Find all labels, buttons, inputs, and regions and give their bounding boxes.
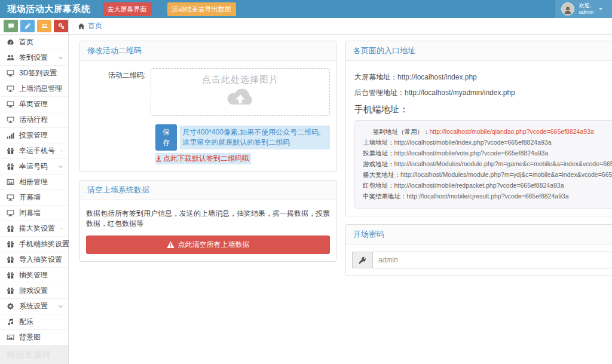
message-quick-button[interactable]: [4, 20, 18, 32]
gift-icon: [7, 147, 14, 155]
vote-url-line: 投票地址：http://localhost/mobile/vote.php?vc…: [363, 149, 612, 158]
sidebar-item-schedule[interactable]: 活动行程: [0, 112, 68, 128]
mobile-address-heading: 手机端地址：: [354, 104, 612, 115]
chevron-down-icon: [60, 226, 63, 231]
panel-title: 各页面的入口地址: [346, 41, 612, 61]
sidebar-nav: 首页 签到设置 3D签到设置 上墙消息管理 单页管理 活动行程 投票管理 幸运手…: [0, 35, 69, 364]
upload-placeholder: 点击此处选择图片: [151, 74, 329, 85]
sidebar-item-lucky-phone[interactable]: 幸运手机号: [0, 143, 68, 159]
quick-toolbar: [0, 18, 69, 34]
red-packet-url-line: 红包地址：http://localhost/mobile/redpacket.p…: [363, 182, 612, 190]
sidebar-item-import-lottery[interactable]: 导入抽奖设置: [0, 252, 68, 268]
image-icon: [7, 334, 14, 341]
sidebar-item-game-settings[interactable]: 游戏设置: [0, 283, 68, 299]
desktop-icon: [7, 194, 14, 201]
gift-icon: [7, 271, 14, 279]
signin-url-link[interactable]: http://localhost/mobile/qiandao.php?vcod…: [430, 128, 594, 135]
sidebar-item-wall-message[interactable]: 上墙消息管理: [0, 81, 68, 97]
breadcrumb-home[interactable]: 首页: [88, 21, 102, 31]
opening-password-panel: 开场密码 修改: [345, 224, 612, 276]
gift-icon: [7, 256, 14, 264]
comment-icon: [8, 23, 14, 29]
chevron-down-icon: [58, 55, 63, 60]
user-menu[interactable]: 欢迎, admin: [555, 0, 612, 18]
image-icon: [7, 178, 14, 186]
sidebar-item-music[interactable]: 配乐: [0, 314, 68, 330]
prize-result-url-line: 中奖结果地址：http://localhost/mobile/cjresult.…: [363, 192, 612, 201]
key-addon: [352, 252, 372, 268]
desktop-icon: [7, 116, 14, 124]
panel-title: 修改活动二维码: [80, 41, 336, 61]
clear-data-description: 数据包括所有签到用户信息，发送的上墙消息，抽奖结果，摇一摇数据，投票数据，红包数…: [86, 207, 330, 229]
gear-icon: [7, 302, 14, 310]
save-button[interactable]: 保存: [155, 124, 177, 151]
chevron-down-icon: [58, 304, 63, 309]
panel-title: 开场密码: [346, 225, 612, 244]
sidebar-item-mobile-lottery[interactable]: 手机端抽奖设置: [0, 237, 68, 252]
qr-code-panel: 修改活动二维码 活动二维码: 点击此处选择图片 保存 尺寸400*400像素,如…: [79, 41, 336, 172]
music-note-icon: [7, 318, 14, 326]
go-big-screen-button[interactable]: 去大屏幕界面: [103, 2, 152, 16]
desktop-icon: [7, 100, 14, 108]
watermark-text: 精品资源网: [7, 350, 51, 360]
sidebar-item-single-page[interactable]: 单页管理: [0, 97, 68, 112]
signal-bars-icon: [7, 131, 14, 139]
welcome-text: 欢迎, admin: [579, 2, 593, 16]
users-icon: [41, 23, 48, 29]
pencil-icon: [25, 23, 31, 29]
entry-address-panel: 各页面的入口地址 大屏幕地址：http://localhost/index.ph…: [345, 41, 612, 216]
admin-address: 后台管理地址：http://localhost/myadmin/index.ph…: [354, 88, 612, 98]
users-quick-button[interactable]: [37, 20, 51, 32]
users-icon: [7, 54, 14, 62]
cogs-icon: [58, 23, 65, 29]
warning-icon: [167, 241, 175, 249]
sidebar-item-shake-prize[interactable]: 摇大奖设置: [0, 221, 68, 237]
panel-title: 清空上墙系统数据: [80, 181, 336, 200]
caret-down-icon: [598, 6, 604, 12]
sidebar-item-lottery-admin[interactable]: 抽奖管理: [0, 268, 68, 283]
chevron-down-icon: [60, 148, 63, 154]
clear-data-panel: 清空上墙系统数据 数据包括所有签到用户信息，发送的上墙消息，抽奖结果，摇一摇数据…: [79, 180, 336, 262]
signin-url-line: 签到地址（常用）：http://localhost/mobile/qiandao…: [363, 128, 612, 136]
export-data-button[interactable]: 活动结束去导出数据: [167, 2, 236, 16]
wall-url-line: 上墙地址：http://localhost/mobile/index.php?v…: [363, 139, 612, 147]
image-upload-dropzone[interactable]: 点击此处选择图片: [151, 68, 330, 116]
cloud-upload-icon: [225, 87, 256, 107]
edit-quick-button[interactable]: [20, 20, 35, 32]
settings-quick-button[interactable]: [54, 20, 68, 32]
desktop-icon: [7, 85, 14, 93]
chevron-down-icon: [58, 164, 63, 169]
qr-code-label: 活动二维码:: [86, 68, 151, 116]
gift-icon: [7, 225, 14, 233]
sidebar-item-signin-settings[interactable]: 签到设置: [0, 50, 68, 66]
big-screen-address: 大屏幕地址：http://localhost/index.php: [354, 72, 612, 82]
sidebar-item-opening-wall[interactable]: 开幕墙: [0, 190, 68, 206]
person-icon: [563, 5, 573, 15]
sidebar-item-vote[interactable]: 投票管理: [0, 128, 68, 143]
sidebar-item-lucky-number[interactable]: 幸运号码: [0, 159, 68, 175]
download-default-qr-link[interactable]: 点此下载默认签到二维码哦: [155, 153, 251, 164]
app-title: 现场活动大屏幕系统: [0, 4, 99, 15]
sidebar-item-3d-signin[interactable]: 3D签到设置: [0, 66, 68, 81]
mobile-url-list: 签到地址（常用）：http://localhost/mobile/qiandao…: [354, 120, 612, 209]
sidebar-item-background[interactable]: 背景图: [0, 330, 68, 345]
sidebar-footer: 精品资源网: [0, 345, 68, 364]
gift-icon: [7, 287, 14, 295]
breadcrumb: 首页: [69, 18, 612, 34]
clear-all-data-button[interactable]: 点此清空所有上墙数据: [86, 235, 330, 254]
gift-icon: [7, 163, 14, 170]
download-icon: [155, 155, 162, 162]
dashboard-icon: [7, 38, 14, 46]
size-tip-text: 尺寸400*400像素,如果不使用公众号二维码,这里留空的就是默认的签到二维码: [180, 126, 330, 149]
sidebar-item-home[interactable]: 首页: [0, 35, 68, 50]
sub-bar: 首页: [0, 18, 612, 35]
sidebar-item-album[interactable]: 相册管理: [0, 175, 68, 190]
sidebar-item-closing-wall[interactable]: 闭幕墙: [0, 206, 68, 221]
home-icon: [78, 23, 85, 30]
desktop-icon: [7, 209, 14, 217]
desktop-icon: [7, 69, 14, 77]
top-header-bar: 现场活动大屏幕系统 去大屏幕界面 活动结束去导出数据 欢迎, admin: [0, 0, 612, 18]
shake-prize-url-line: 摇大奖地址：http://localhost/Modules/module.ph…: [363, 171, 612, 179]
sidebar-item-system-settings[interactable]: 系统设置: [0, 299, 68, 314]
opening-password-input[interactable]: [372, 252, 612, 268]
